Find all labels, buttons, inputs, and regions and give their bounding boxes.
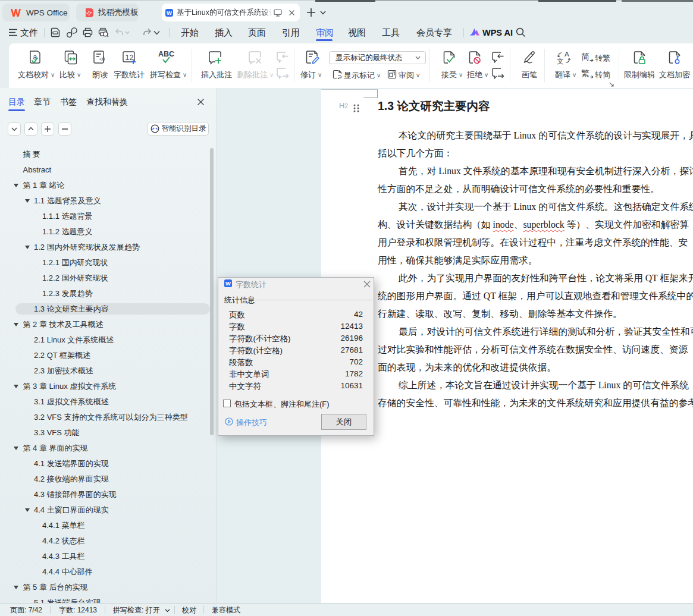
svg-text:简: 简 <box>581 52 589 61</box>
svg-text:12: 12 <box>126 54 134 62</box>
svg-text:ABC: ABC <box>158 50 174 58</box>
svg-text:繁: 繁 <box>581 68 589 78</box>
svg-text:文: 文 <box>557 58 564 65</box>
svg-text:A: A <box>565 51 569 58</box>
